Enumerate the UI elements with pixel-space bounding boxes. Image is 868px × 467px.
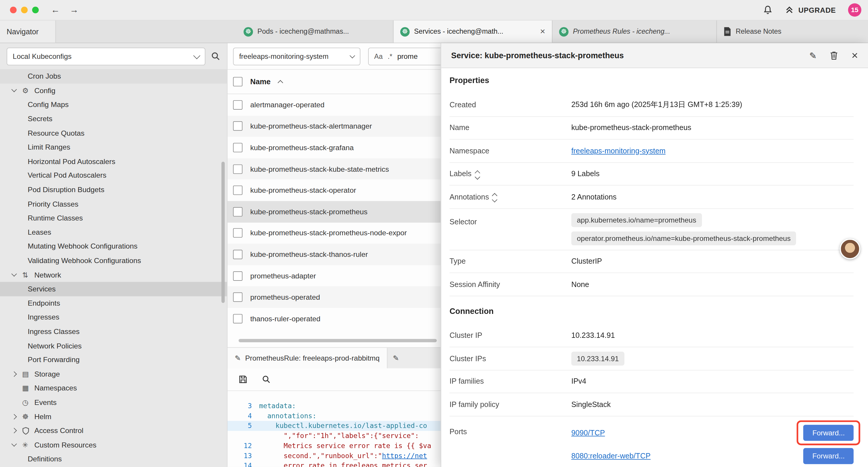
sidebar-item-endpoints[interactable]: Endpoints (0, 296, 227, 310)
table-row-selected[interactable]: kube-prometheus-stack-prometheus (227, 201, 440, 222)
row-checkbox[interactable] (233, 271, 243, 281)
delete-button[interactable] (830, 51, 838, 60)
window-titlebar: ← → UPGRADE 15 (0, 0, 868, 20)
row-checkbox[interactable] (233, 314, 243, 323)
bell-icon[interactable] (763, 5, 773, 15)
table-row[interactable]: prometheus-operated (227, 286, 440, 308)
sidebar-item-services[interactable]: Services (0, 282, 227, 296)
navigator-sidebar: Local Kubeconfigs Cron Jobs ⚙Config Conf… (0, 43, 227, 467)
notification-badge[interactable]: 15 (848, 3, 862, 17)
close-button[interactable]: × (851, 49, 858, 62)
sort-asc-icon[interactable] (277, 80, 283, 86)
avatar[interactable] (840, 239, 860, 259)
save-icon[interactable] (239, 375, 248, 384)
table-row[interactable]: kube-prometheus-stack-alertmanager (227, 116, 440, 137)
table-row[interactable]: alertmanager-operated (227, 94, 440, 116)
row-checkbox[interactable] (233, 207, 243, 216)
sidebar-item-network[interactable]: ⇅Network (0, 268, 227, 282)
sidebar-item-ingresses[interactable]: Ingresses (0, 310, 227, 324)
zoom-window-button[interactable] (32, 6, 39, 13)
sidebar-item-config-maps[interactable]: Config Maps (0, 97, 227, 112)
table-row[interactable]: prometheus-adapter (227, 265, 440, 286)
upgrade-button[interactable]: UPGRADE (785, 6, 836, 14)
tab-release-notes[interactable]: Release Notes (717, 20, 868, 42)
close-icon[interactable]: × (536, 27, 545, 37)
sidebar-item-network-policies[interactable]: Network Policies (0, 339, 227, 353)
row-checkbox[interactable] (233, 100, 243, 110)
editor-search-icon[interactable] (262, 375, 271, 384)
search-icon[interactable] (211, 52, 220, 61)
close-window-button[interactable] (10, 6, 17, 13)
editor-tab-next[interactable]: ✎ (387, 348, 404, 368)
url-text[interactable]: https://net (382, 451, 427, 461)
row-checkbox[interactable] (233, 293, 243, 302)
sidebar-item-leases[interactable]: Leases (0, 225, 227, 239)
namespace-select[interactable]: freeleaps-monitoring-system (233, 47, 361, 65)
chevron-down-icon (11, 441, 17, 447)
sidebar-item-definitions[interactable]: Definitions (0, 452, 227, 466)
sidebar-item-mutating-webhook-configurations[interactable]: Mutating Webhook Configurations (0, 239, 227, 254)
sidebar-item-priority-classes[interactable]: Priority Classes (0, 197, 227, 211)
sidebar-item-config[interactable]: ⚙Config (0, 83, 227, 97)
selector-badge: app.kubernetes.io/name=prometheus (571, 213, 702, 227)
name-column-header[interactable]: Name (250, 78, 271, 86)
forward-button[interactable]: → (70, 5, 79, 15)
back-button[interactable]: ← (51, 5, 60, 15)
navigator-panel-tab[interactable]: Navigator (0, 20, 56, 42)
row-checkbox[interactable] (233, 121, 243, 131)
sidebar-item-custom-resources[interactable]: ✳Custom Resources (0, 438, 227, 452)
property-row-created: Created 253d 16h 6m ago (2025年1月13日 GMT+… (450, 94, 854, 117)
port-link[interactable]: 8080:reloader-web/TCP (571, 452, 651, 460)
sidebar-item-secrets[interactable]: Secrets (0, 112, 227, 126)
sidebar-item-port-forwarding[interactable]: Port Forwarding (0, 353, 227, 367)
sidebar-scrollbar[interactable] (221, 162, 224, 303)
property-label: Annotations (450, 193, 489, 201)
table-row[interactable]: kube-prometheus-stack-kube-state-metrics (227, 158, 440, 179)
sidebar-item-namespaces[interactable]: ▦Namespaces (0, 381, 227, 395)
tab-services[interactable]: ☸ Services - icecheng@math... × (394, 20, 553, 42)
editor-tab-prometheusrule[interactable]: ✎ PrometheusRule: freeleaps-prod-rabbitm… (227, 348, 387, 368)
sidebar-item-ingress-classes[interactable]: Ingress Classes (0, 324, 227, 339)
row-checkbox[interactable] (233, 250, 243, 259)
namespace-link[interactable]: freeleaps-monitoring-system (571, 147, 665, 155)
horizontal-scrollbar[interactable] (239, 339, 437, 342)
table-row[interactable]: kube-prometheus-stack-prometheus-node-ex… (227, 222, 440, 243)
minimize-window-button[interactable] (21, 6, 28, 13)
table-row[interactable]: thanos-ruler-operated (227, 308, 440, 329)
select-all-checkbox[interactable] (233, 77, 243, 86)
tab-prometheus-rules[interactable]: ☸ Prometheus Rules - icecheng... (553, 20, 717, 42)
edit-button[interactable]: ✎ (809, 50, 816, 61)
forward-button[interactable]: Forward... (804, 448, 854, 464)
forward-button[interactable]: Forward... (804, 425, 854, 441)
sidebar-item-runtime-classes[interactable]: Runtime Classes (0, 211, 227, 225)
expand-icon[interactable] (493, 192, 497, 202)
sidebar-item-storage[interactable]: ▤Storage (0, 367, 227, 381)
sidebar-item-pod-disruption-budgets[interactable]: Pod Disruption Budgets (0, 183, 227, 197)
table-row[interactable]: kube-prometheus-stack-operator (227, 180, 440, 201)
sidebar-item-limit-ranges[interactable]: Limit Ranges (0, 140, 227, 154)
sidebar-item-horizontal-pod-autoscalers[interactable]: Horizontal Pod Autoscalers (0, 154, 227, 169)
kubeconfig-select[interactable]: Local Kubeconfigs (6, 47, 205, 65)
kubernetes-icon: ☸ (400, 27, 410, 36)
regex-toggle[interactable]: .* (388, 52, 392, 60)
row-checkbox[interactable] (233, 229, 243, 238)
match-case-toggle[interactable]: Aa (374, 52, 383, 60)
row-checkbox[interactable] (233, 185, 243, 195)
expand-icon[interactable] (475, 169, 479, 179)
tab-pods[interactable]: ☸ Pods - icecheng@mathmas... (237, 20, 394, 42)
port-link[interactable]: 9090/TCP (571, 429, 605, 437)
row-checkbox[interactable] (233, 143, 243, 152)
table-row[interactable]: kube-prometheus-stack-grafana (227, 137, 440, 158)
property-row-cluster-ip: Cluster IP 10.233.14.91 (450, 324, 854, 347)
table-row[interactable]: kube-prometheus-stack-thanos-ruler (227, 244, 440, 265)
sidebar-item-validating-webhook-configurations[interactable]: Validating Webhook Configurations (0, 254, 227, 268)
row-checkbox[interactable] (233, 164, 243, 174)
sidebar-item-helm[interactable]: ☸Helm (0, 409, 227, 424)
sidebar-item-vertical-pod-autoscalers[interactable]: Vertical Pod Autoscalers (0, 169, 227, 183)
sidebar-item-cron-jobs[interactable]: Cron Jobs (0, 69, 227, 83)
yaml-editor[interactable]: 3metadata: 4 annotations: 5 kubectl.kube… (227, 391, 440, 467)
search-input[interactable]: Aa .* prome (368, 47, 440, 65)
sidebar-item-access-control[interactable]: Access Control (0, 424, 227, 438)
sidebar-item-events[interactable]: ◷Events (0, 395, 227, 409)
sidebar-item-resource-quotas[interactable]: Resource Quotas (0, 126, 227, 140)
